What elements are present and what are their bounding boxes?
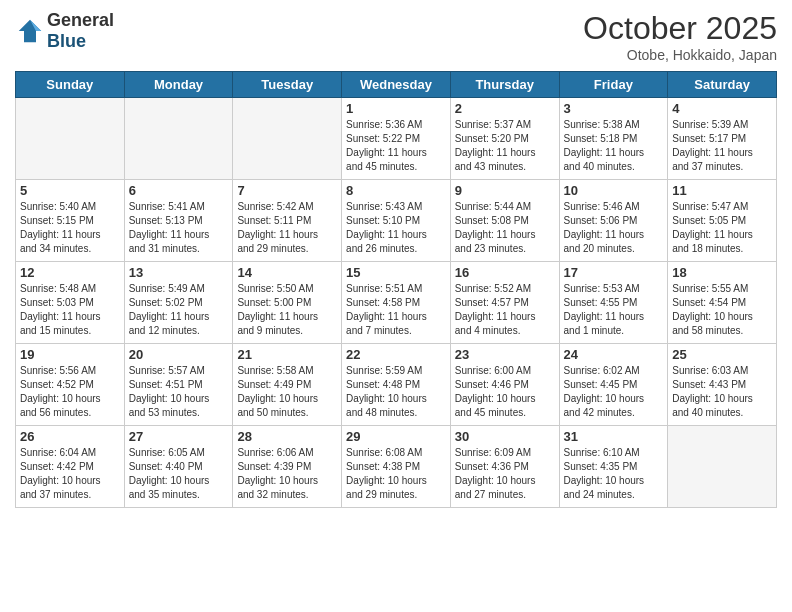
calendar-cell: 8Sunrise: 5:43 AM Sunset: 5:10 PM Daylig…: [342, 180, 451, 262]
calendar-cell: 20Sunrise: 5:57 AM Sunset: 4:51 PM Dayli…: [124, 344, 233, 426]
calendar-week-1: 1Sunrise: 5:36 AM Sunset: 5:22 PM Daylig…: [16, 98, 777, 180]
day-info: Sunrise: 6:09 AM Sunset: 4:36 PM Dayligh…: [455, 446, 555, 502]
calendar-cell: 9Sunrise: 5:44 AM Sunset: 5:08 PM Daylig…: [450, 180, 559, 262]
day-number: 11: [672, 183, 772, 198]
month-title: October 2025: [583, 10, 777, 47]
calendar-week-4: 19Sunrise: 5:56 AM Sunset: 4:52 PM Dayli…: [16, 344, 777, 426]
day-info: Sunrise: 5:43 AM Sunset: 5:10 PM Dayligh…: [346, 200, 446, 256]
calendar-cell: 28Sunrise: 6:06 AM Sunset: 4:39 PM Dayli…: [233, 426, 342, 508]
day-number: 15: [346, 265, 446, 280]
day-info: Sunrise: 5:59 AM Sunset: 4:48 PM Dayligh…: [346, 364, 446, 420]
calendar-cell: 30Sunrise: 6:09 AM Sunset: 4:36 PM Dayli…: [450, 426, 559, 508]
day-number: 31: [564, 429, 664, 444]
day-number: 17: [564, 265, 664, 280]
calendar-cell: 24Sunrise: 6:02 AM Sunset: 4:45 PM Dayli…: [559, 344, 668, 426]
day-info: Sunrise: 6:08 AM Sunset: 4:38 PM Dayligh…: [346, 446, 446, 502]
day-number: 22: [346, 347, 446, 362]
calendar-cell: [668, 426, 777, 508]
calendar-table: Sunday Monday Tuesday Wednesday Thursday…: [15, 71, 777, 508]
weekday-tuesday: Tuesday: [233, 72, 342, 98]
calendar-week-3: 12Sunrise: 5:48 AM Sunset: 5:03 PM Dayli…: [16, 262, 777, 344]
day-info: Sunrise: 5:53 AM Sunset: 4:55 PM Dayligh…: [564, 282, 664, 338]
day-info: Sunrise: 5:49 AM Sunset: 5:02 PM Dayligh…: [129, 282, 229, 338]
day-info: Sunrise: 5:51 AM Sunset: 4:58 PM Dayligh…: [346, 282, 446, 338]
calendar-cell: 25Sunrise: 6:03 AM Sunset: 4:43 PM Dayli…: [668, 344, 777, 426]
day-info: Sunrise: 5:40 AM Sunset: 5:15 PM Dayligh…: [20, 200, 120, 256]
day-info: Sunrise: 5:57 AM Sunset: 4:51 PM Dayligh…: [129, 364, 229, 420]
day-number: 18: [672, 265, 772, 280]
day-info: Sunrise: 5:52 AM Sunset: 4:57 PM Dayligh…: [455, 282, 555, 338]
calendar-cell: 22Sunrise: 5:59 AM Sunset: 4:48 PM Dayli…: [342, 344, 451, 426]
day-info: Sunrise: 6:05 AM Sunset: 4:40 PM Dayligh…: [129, 446, 229, 502]
logo-icon: [15, 16, 45, 46]
calendar-cell: 15Sunrise: 5:51 AM Sunset: 4:58 PM Dayli…: [342, 262, 451, 344]
day-info: Sunrise: 5:38 AM Sunset: 5:18 PM Dayligh…: [564, 118, 664, 174]
calendar-cell: 29Sunrise: 6:08 AM Sunset: 4:38 PM Dayli…: [342, 426, 451, 508]
day-number: 25: [672, 347, 772, 362]
day-number: 29: [346, 429, 446, 444]
calendar-week-5: 26Sunrise: 6:04 AM Sunset: 4:42 PM Dayli…: [16, 426, 777, 508]
calendar-cell: 2Sunrise: 5:37 AM Sunset: 5:20 PM Daylig…: [450, 98, 559, 180]
weekday-friday: Friday: [559, 72, 668, 98]
day-info: Sunrise: 5:48 AM Sunset: 5:03 PM Dayligh…: [20, 282, 120, 338]
day-number: 27: [129, 429, 229, 444]
day-number: 14: [237, 265, 337, 280]
day-info: Sunrise: 5:42 AM Sunset: 5:11 PM Dayligh…: [237, 200, 337, 256]
calendar-cell: 21Sunrise: 5:58 AM Sunset: 4:49 PM Dayli…: [233, 344, 342, 426]
calendar-cell: 26Sunrise: 6:04 AM Sunset: 4:42 PM Dayli…: [16, 426, 125, 508]
day-number: 23: [455, 347, 555, 362]
calendar-cell: 12Sunrise: 5:48 AM Sunset: 5:03 PM Dayli…: [16, 262, 125, 344]
weekday-monday: Monday: [124, 72, 233, 98]
page-header: General Blue October 2025 Otobe, Hokkaid…: [15, 10, 777, 63]
logo-general: General: [47, 10, 114, 30]
calendar-cell: 14Sunrise: 5:50 AM Sunset: 5:00 PM Dayli…: [233, 262, 342, 344]
day-info: Sunrise: 5:44 AM Sunset: 5:08 PM Dayligh…: [455, 200, 555, 256]
calendar-cell: 17Sunrise: 5:53 AM Sunset: 4:55 PM Dayli…: [559, 262, 668, 344]
day-info: Sunrise: 6:10 AM Sunset: 4:35 PM Dayligh…: [564, 446, 664, 502]
day-number: 26: [20, 429, 120, 444]
day-number: 7: [237, 183, 337, 198]
calendar-cell: 16Sunrise: 5:52 AM Sunset: 4:57 PM Dayli…: [450, 262, 559, 344]
day-number: 1: [346, 101, 446, 116]
calendar-cell: 7Sunrise: 5:42 AM Sunset: 5:11 PM Daylig…: [233, 180, 342, 262]
day-info: Sunrise: 5:47 AM Sunset: 5:05 PM Dayligh…: [672, 200, 772, 256]
weekday-thursday: Thursday: [450, 72, 559, 98]
page-container: General Blue October 2025 Otobe, Hokkaid…: [0, 0, 792, 513]
day-number: 19: [20, 347, 120, 362]
day-info: Sunrise: 5:37 AM Sunset: 5:20 PM Dayligh…: [455, 118, 555, 174]
day-number: 28: [237, 429, 337, 444]
day-number: 4: [672, 101, 772, 116]
day-info: Sunrise: 6:03 AM Sunset: 4:43 PM Dayligh…: [672, 364, 772, 420]
logo-text: General Blue: [47, 10, 114, 52]
day-number: 8: [346, 183, 446, 198]
weekday-row: Sunday Monday Tuesday Wednesday Thursday…: [16, 72, 777, 98]
calendar-cell: 4Sunrise: 5:39 AM Sunset: 5:17 PM Daylig…: [668, 98, 777, 180]
day-number: 5: [20, 183, 120, 198]
day-info: Sunrise: 6:06 AM Sunset: 4:39 PM Dayligh…: [237, 446, 337, 502]
day-number: 20: [129, 347, 229, 362]
calendar-header: Sunday Monday Tuesday Wednesday Thursday…: [16, 72, 777, 98]
location-subtitle: Otobe, Hokkaido, Japan: [583, 47, 777, 63]
calendar-cell: 23Sunrise: 6:00 AM Sunset: 4:46 PM Dayli…: [450, 344, 559, 426]
calendar-cell: 5Sunrise: 5:40 AM Sunset: 5:15 PM Daylig…: [16, 180, 125, 262]
day-info: Sunrise: 5:58 AM Sunset: 4:49 PM Dayligh…: [237, 364, 337, 420]
day-info: Sunrise: 5:56 AM Sunset: 4:52 PM Dayligh…: [20, 364, 120, 420]
calendar-cell: 19Sunrise: 5:56 AM Sunset: 4:52 PM Dayli…: [16, 344, 125, 426]
calendar-cell: 10Sunrise: 5:46 AM Sunset: 5:06 PM Dayli…: [559, 180, 668, 262]
day-number: 9: [455, 183, 555, 198]
calendar-cell: 31Sunrise: 6:10 AM Sunset: 4:35 PM Dayli…: [559, 426, 668, 508]
calendar-cell: [124, 98, 233, 180]
day-info: Sunrise: 6:04 AM Sunset: 4:42 PM Dayligh…: [20, 446, 120, 502]
calendar-week-2: 5Sunrise: 5:40 AM Sunset: 5:15 PM Daylig…: [16, 180, 777, 262]
calendar-body: 1Sunrise: 5:36 AM Sunset: 5:22 PM Daylig…: [16, 98, 777, 508]
day-number: 2: [455, 101, 555, 116]
calendar-cell: 18Sunrise: 5:55 AM Sunset: 4:54 PM Dayli…: [668, 262, 777, 344]
logo-blue: Blue: [47, 31, 86, 51]
calendar-cell: 27Sunrise: 6:05 AM Sunset: 4:40 PM Dayli…: [124, 426, 233, 508]
day-info: Sunrise: 5:36 AM Sunset: 5:22 PM Dayligh…: [346, 118, 446, 174]
day-number: 24: [564, 347, 664, 362]
day-info: Sunrise: 5:55 AM Sunset: 4:54 PM Dayligh…: [672, 282, 772, 338]
day-info: Sunrise: 5:46 AM Sunset: 5:06 PM Dayligh…: [564, 200, 664, 256]
weekday-saturday: Saturday: [668, 72, 777, 98]
day-info: Sunrise: 6:00 AM Sunset: 4:46 PM Dayligh…: [455, 364, 555, 420]
